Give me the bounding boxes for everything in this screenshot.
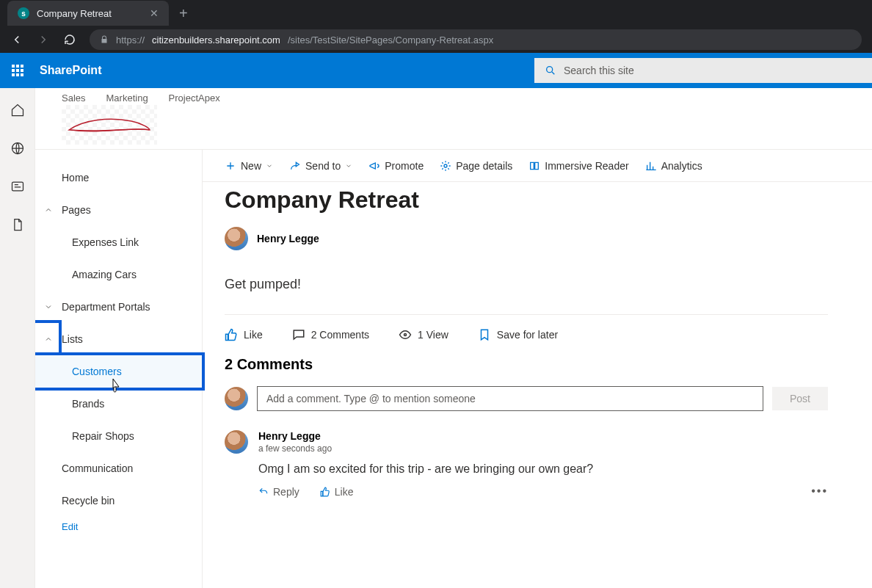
address-bar[interactable]: https://citizenbuilders.sharepoint.com/s…: [90, 29, 862, 50]
thumbs-up-icon: [225, 328, 238, 341]
post-button[interactable]: Post: [772, 387, 828, 410]
page-author[interactable]: Henry Legge: [225, 227, 872, 250]
topnav-marketing[interactable]: Marketing: [106, 92, 148, 104]
cmd-new[interactable]: New: [225, 160, 273, 172]
news-icon[interactable]: [10, 179, 25, 194]
nav-home[interactable]: Home: [35, 161, 202, 194]
home-icon[interactable]: [10, 103, 25, 117]
globe-icon[interactable]: [10, 141, 25, 156]
nav-amazing-cars[interactable]: Amazing Cars: [35, 258, 202, 291]
file-icon[interactable]: [10, 217, 25, 232]
comment-item: Henry Legge a few seconds ago Omg I am s…: [225, 430, 828, 498]
avatar: [225, 430, 248, 454]
analytics-icon: [645, 160, 657, 172]
svg-point-4: [444, 164, 447, 167]
site-top-nav: Sales Marketing ProjectApex: [62, 92, 872, 104]
reader-icon: [528, 160, 540, 172]
sharepoint-favicon: s: [18, 7, 29, 19]
url-path: /sites/TestSite/SitePages/Company-Retrea…: [288, 35, 493, 46]
svg-rect-2: [12, 182, 23, 191]
car-logo-image: [65, 114, 153, 136]
comment-time: a few seconds ago: [258, 443, 801, 454]
new-tab-button[interactable]: +: [179, 5, 188, 22]
svg-rect-3: [114, 387, 116, 392]
svg-point-0: [547, 67, 553, 73]
suite-bar: SharePoint Search this site: [0, 53, 872, 88]
comment-like[interactable]: Like: [320, 486, 354, 498]
lock-icon: [100, 35, 109, 44]
thumbs-up-icon: [320, 487, 330, 497]
comment-reply[interactable]: Reply: [258, 486, 299, 498]
avatar: [225, 227, 248, 250]
bookmark-icon: [478, 328, 491, 341]
reload-button[interactable]: [63, 33, 76, 46]
comment-text: Omg I am so excited for this trip - are …: [258, 462, 801, 476]
chevron-down-icon[interactable]: [44, 302, 53, 311]
browser-toolbar: https://citizenbuilders.sharepoint.com/s…: [0, 26, 872, 53]
close-icon[interactable]: ✕: [150, 7, 159, 19]
command-bar: New Send to Promote Page details: [203, 150, 872, 182]
comment-composer: Add a comment. Type @ to mention someone…: [225, 386, 828, 411]
nav-customers[interactable]: Customers: [35, 355, 202, 388]
app-rail: [0, 88, 35, 588]
comment-author[interactable]: Henry Legge: [258, 430, 801, 442]
view-count: 1 View: [399, 328, 448, 341]
topnav-sales[interactable]: Sales: [62, 92, 86, 104]
author-name: Henry Legge: [257, 233, 319, 244]
gear-icon: [440, 160, 451, 172]
cmd-analytics[interactable]: Analytics: [645, 160, 702, 172]
site-header: Sales Marketing ProjectApex: [35, 88, 872, 150]
app-launcher[interactable]: [0, 53, 35, 88]
svg-point-5: [404, 334, 407, 336]
chevron-down-icon: [266, 162, 273, 170]
comment-more-button[interactable]: •••: [811, 484, 828, 498]
tab-title: Company Retreat: [37, 8, 112, 19]
nav-recycle-bin[interactable]: Recycle bin: [35, 484, 202, 517]
social-bar: Like 2 Comments 1 View Save for later: [225, 314, 828, 341]
quick-launch: Home Pages Expenses Link Amazing Cars De…: [35, 150, 203, 588]
nav-department-portals[interactable]: Department Portals: [35, 291, 202, 323]
chevron-down-icon: [345, 162, 352, 170]
browser-tabbar: s Company Retreat ✕ +: [0, 0, 872, 26]
nav-repair-shops[interactable]: Repair Shops: [35, 420, 202, 452]
nav-lists[interactable]: Lists: [35, 323, 202, 355]
nav-edit-link[interactable]: Edit: [35, 521, 202, 532]
site-logo[interactable]: [62, 105, 157, 145]
cmd-promote[interactable]: Promote: [368, 160, 424, 172]
url-host: citizenbuilders.sharepoint.com: [152, 35, 280, 46]
save-for-later[interactable]: Save for later: [478, 328, 558, 341]
comment-input[interactable]: Add a comment. Type @ to mention someone: [257, 386, 763, 411]
cursor-pointer-icon: [109, 377, 122, 393]
page-canvas: New Send to Promote Page details: [203, 150, 872, 588]
nav-pages[interactable]: Pages: [35, 194, 202, 226]
comment-icon: [292, 328, 305, 341]
like-button[interactable]: Like: [225, 328, 263, 341]
megaphone-icon: [368, 160, 380, 172]
plus-icon: [225, 160, 236, 172]
cmd-send-to[interactable]: Send to: [289, 160, 352, 172]
chevron-up-icon[interactable]: [44, 335, 53, 344]
eye-icon: [399, 328, 412, 341]
page-body: Get pumped!: [225, 277, 828, 292]
waffle-icon: [12, 65, 23, 76]
nav-expenses-link[interactable]: Expenses Link: [35, 226, 202, 258]
chevron-up-icon[interactable]: [44, 206, 53, 214]
comments-count[interactable]: 2 Comments: [292, 328, 369, 341]
comments-header: 2 Comments: [225, 356, 872, 373]
app-name[interactable]: SharePoint: [40, 64, 101, 77]
url-scheme: https://: [116, 35, 145, 46]
cmd-immersive-reader[interactable]: Immersive Reader: [528, 160, 628, 172]
browser-tab[interactable]: s Company Retreat ✕: [7, 1, 169, 26]
search-box[interactable]: Search this site: [534, 58, 872, 83]
topnav-projectapex[interactable]: ProjectApex: [169, 92, 220, 104]
nav-communication[interactable]: Communication: [35, 452, 202, 484]
avatar: [225, 387, 248, 410]
share-icon: [289, 160, 301, 172]
cmd-page-details[interactable]: Page details: [440, 160, 512, 172]
reply-icon: [258, 487, 269, 497]
search-icon: [545, 65, 556, 76]
page-title: Company Retreat: [225, 186, 872, 214]
back-button[interactable]: [10, 33, 23, 46]
search-placeholder: Search this site: [564, 65, 634, 76]
forward-button[interactable]: [37, 33, 50, 46]
